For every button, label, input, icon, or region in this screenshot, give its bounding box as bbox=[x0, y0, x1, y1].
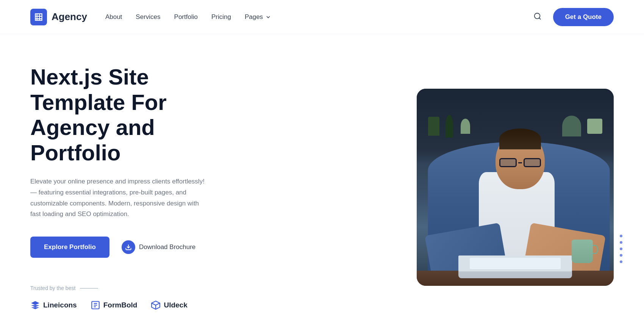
plant-pot2 bbox=[587, 119, 602, 134]
trusted-text: Trusted by the best bbox=[30, 285, 75, 291]
nav-pages-dropdown[interactable]: Pages bbox=[245, 13, 271, 21]
uideck-icon bbox=[151, 300, 161, 310]
download-icon bbox=[125, 244, 132, 251]
laptop-base bbox=[458, 255, 572, 278]
glasses-bridge bbox=[518, 162, 522, 163]
logo-svg bbox=[34, 12, 44, 22]
logo[interactable]: Agency bbox=[30, 9, 87, 25]
nav-links: About Services Portfolio Pricing Pages bbox=[105, 13, 271, 21]
plant-pot bbox=[428, 117, 439, 136]
dot bbox=[620, 254, 622, 257]
nav-about[interactable]: About bbox=[105, 13, 122, 21]
nav-right: Get a Quote bbox=[531, 8, 614, 26]
hero-image bbox=[417, 89, 614, 286]
hero-image-area bbox=[250, 89, 614, 286]
download-label: Download Brochure bbox=[139, 243, 195, 251]
uideck-label: UIdeck bbox=[164, 301, 187, 309]
mug-handle bbox=[593, 245, 598, 254]
trusted-section: Trusted by the best Lineicons bbox=[30, 285, 227, 310]
nav-services[interactable]: Services bbox=[136, 13, 160, 21]
nav-pricing[interactable]: Pricing bbox=[211, 13, 231, 21]
plant-leaves bbox=[445, 115, 453, 138]
trusted-label: Trusted by the best bbox=[30, 285, 227, 291]
dot bbox=[620, 260, 622, 263]
large-plant bbox=[562, 116, 581, 136]
get-quote-button[interactable]: Get a Quote bbox=[553, 8, 614, 26]
coffee-mug bbox=[572, 240, 593, 263]
lineicons-icon bbox=[30, 300, 40, 310]
screen-content bbox=[470, 258, 561, 269]
download-brochure-button[interactable]: Download Brochure bbox=[122, 240, 195, 254]
hero-section: Next.js Site Template For Agency and Por… bbox=[0, 34, 644, 326]
hero-title: Next.js Site Template For Agency and Por… bbox=[30, 64, 227, 166]
navbar: Agency About Services Portfolio Pricing … bbox=[0, 0, 644, 34]
trusted-logos: Lineicons FormBold bbox=[30, 300, 227, 310]
hero-content: Next.js Site Template For Agency and Por… bbox=[30, 64, 250, 310]
lineicons-label: Lineicons bbox=[43, 301, 77, 309]
dot bbox=[620, 248, 622, 250]
nav-portfolio[interactable]: Portfolio bbox=[174, 13, 198, 21]
search-button[interactable] bbox=[531, 10, 544, 24]
nav-left: Agency About Services Portfolio Pricing … bbox=[30, 9, 271, 25]
hero-subtitle: Elevate your online presence and impress… bbox=[30, 176, 205, 220]
formbold-icon bbox=[91, 300, 100, 310]
person-hair bbox=[499, 129, 541, 149]
search-icon bbox=[533, 12, 542, 20]
nav-pages-label: Pages bbox=[245, 13, 263, 21]
left-lens bbox=[499, 158, 517, 167]
person-head bbox=[496, 132, 545, 189]
download-icon-circle bbox=[122, 240, 135, 254]
formbold-label: FormBold bbox=[103, 301, 138, 309]
mug-body bbox=[572, 240, 593, 263]
chevron-down-icon bbox=[265, 14, 271, 20]
logo-icon bbox=[30, 9, 47, 25]
glasses bbox=[499, 158, 541, 168]
svg-point-0 bbox=[534, 13, 540, 19]
logo-uideck: UIdeck bbox=[151, 300, 187, 310]
svg-line-1 bbox=[539, 18, 541, 19]
photo-container bbox=[417, 89, 614, 286]
trusted-divider bbox=[80, 288, 98, 288]
right-lens bbox=[524, 158, 541, 167]
dot bbox=[620, 235, 622, 237]
logo-lineicons: Lineicons bbox=[30, 300, 77, 310]
brand-name: Agency bbox=[52, 11, 87, 23]
explore-portfolio-button[interactable]: Explore Portfolio bbox=[30, 237, 109, 258]
logo-formbold: FormBold bbox=[91, 300, 138, 310]
laptop-screen bbox=[458, 255, 572, 271]
hero-cta-group: Explore Portfolio Download Brochure bbox=[30, 237, 227, 258]
dot bbox=[620, 241, 622, 244]
succulent bbox=[461, 119, 470, 134]
